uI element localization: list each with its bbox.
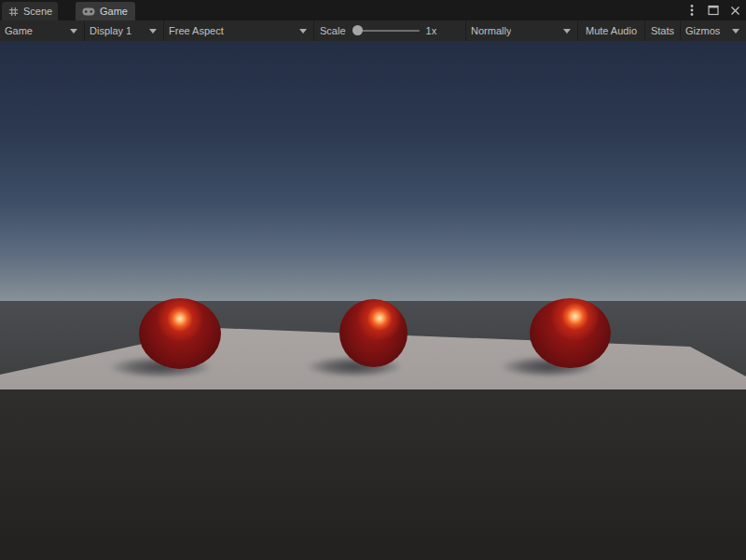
chevron-down-icon	[299, 29, 307, 34]
scale-control: Scale 1x	[314, 20, 466, 41]
foreground-ground	[0, 389, 746, 560]
sky-gradient	[0, 41, 746, 301]
kebab-menu-icon[interactable]	[685, 3, 698, 18]
scale-slider-knob[interactable]	[352, 25, 363, 35]
scale-value: 1x	[426, 25, 437, 36]
aspect-ratio-dropdown[interactable]: Free Aspect	[164, 20, 314, 41]
game-menu-dropdown[interactable]: Game	[0, 20, 85, 41]
tab-game[interactable]: Game	[76, 2, 135, 20]
tab-bar: Scene Game	[0, 0, 746, 20]
chevron-down-icon	[70, 29, 77, 34]
tab-game-label: Game	[100, 6, 128, 17]
scene-grid-icon	[8, 7, 19, 17]
mute-audio-label: Mute Audio	[586, 25, 637, 36]
chevron-down-icon	[149, 29, 157, 34]
game-menu-label: Game	[0, 25, 33, 36]
red-sphere-middle	[339, 299, 408, 367]
stats-button[interactable]: Stats	[645, 20, 681, 41]
window-controls	[685, 0, 741, 20]
game-view-toolbar: Game Display 1 Free Aspect Scale 1x Norm…	[0, 20, 746, 41]
display-value: Display 1	[85, 25, 131, 36]
aspect-ratio-value: Free Aspect	[164, 25, 224, 36]
gizmos-label: Gizmos	[681, 25, 720, 36]
scale-label: Scale	[320, 25, 346, 36]
mute-audio-button[interactable]: Mute Audio	[578, 20, 645, 41]
tab-scene[interactable]: Scene	[2, 2, 58, 20]
display-dropdown[interactable]: Display 1	[85, 20, 164, 41]
red-sphere-right	[530, 298, 611, 368]
scale-slider[interactable]	[352, 20, 420, 41]
play-mode-value: Normally	[466, 25, 511, 36]
stats-label: Stats	[651, 25, 674, 36]
game-viewport[interactable]	[0, 41, 746, 560]
play-mode-dropdown[interactable]: Normally	[466, 20, 578, 41]
close-icon[interactable]	[728, 3, 741, 18]
tab-scene-label: Scene	[23, 6, 52, 17]
maximize-icon[interactable]	[707, 3, 720, 18]
gamepad-icon	[82, 7, 95, 16]
red-sphere-left	[139, 298, 221, 369]
unity-editor-window: Scene Game Game Display 1	[0, 0, 746, 560]
gizmos-dropdown[interactable]: Gizmos	[681, 20, 746, 41]
chevron-down-icon	[563, 29, 571, 34]
chevron-down-icon	[732, 29, 739, 34]
